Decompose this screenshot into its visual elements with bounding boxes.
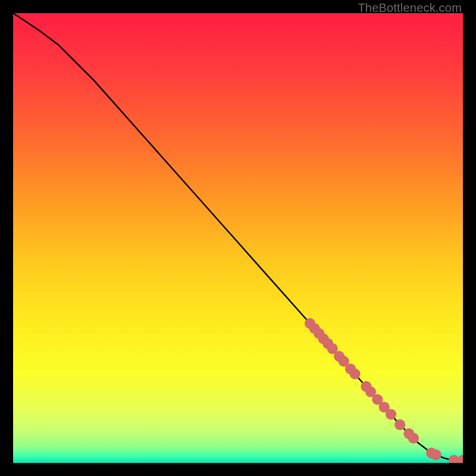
marker-point	[431, 449, 441, 460]
marker-point	[349, 368, 360, 379]
marker-point	[408, 433, 419, 443]
marker-point	[394, 419, 405, 430]
marker-point	[386, 409, 396, 419]
bottleneck-chart	[13, 13, 463, 463]
gradient-background	[13, 13, 463, 463]
chart-frame	[13, 13, 463, 463]
